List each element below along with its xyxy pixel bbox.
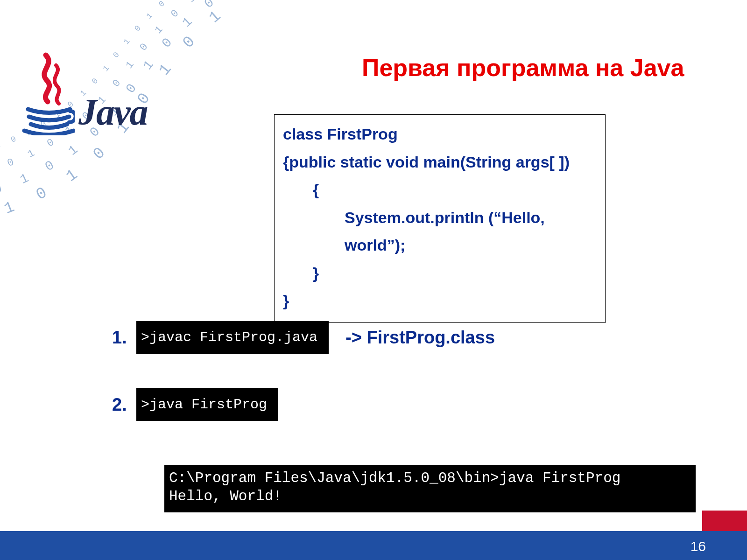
code-line: } xyxy=(283,292,289,309)
terminal-snippet: >java FirstProg xyxy=(136,388,278,421)
java-cup-icon xyxy=(19,51,75,135)
step-2: 2. >java FirstProg xyxy=(112,388,278,421)
code-line: class FirstProg xyxy=(283,125,398,143)
step-result: -> FirstProg.class xyxy=(345,328,495,348)
code-line: {public static void main(String args[ ]) xyxy=(283,153,570,171)
code-box: class FirstProg {public static void main… xyxy=(274,114,606,323)
step-number: 1. xyxy=(112,328,136,348)
step-number: 2. xyxy=(112,395,136,415)
terminal-snippet: >javac FirstProg.java xyxy=(136,321,329,354)
slide-title: Первая программа на Java xyxy=(362,54,684,82)
code-line: System.out.println (“Hello, world”); xyxy=(283,204,597,259)
step-1: 1. >javac FirstProg.java -> FirstProg.cl… xyxy=(112,321,495,354)
binary-swirl-decoration: 0 1 0 1 0 1 0 1 0 1 0 1 0 1 0 1 0 1 0 1 … xyxy=(0,0,299,289)
page-number: 16 xyxy=(691,539,706,554)
footer-bar: 16 xyxy=(0,531,747,560)
code-line: } xyxy=(283,259,597,287)
java-logo-word: Java xyxy=(78,91,148,133)
java-logo: Java xyxy=(19,51,173,135)
code-line: { xyxy=(283,176,597,204)
program-output: C:\Program Files\Java\jdk1.5.0_08\bin>ja… xyxy=(164,465,696,512)
slide-root: 0 1 0 1 0 1 0 1 0 1 0 1 0 1 0 1 0 1 0 1 … xyxy=(0,0,747,560)
